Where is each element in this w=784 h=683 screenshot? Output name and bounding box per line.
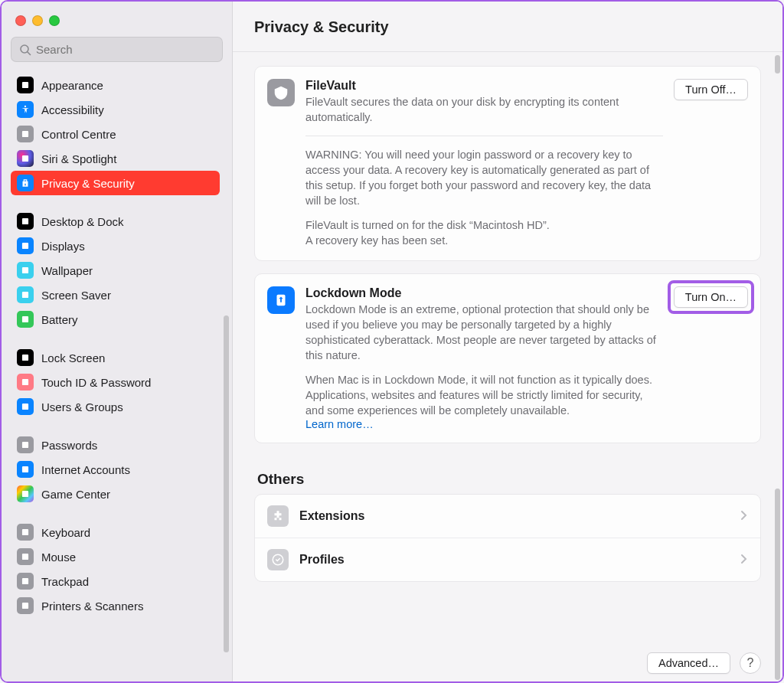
footer-buttons: Advanced… ? [233,642,782,681]
svg-rect-7 [22,243,28,249]
sidebar-item-desktop-dock[interactable]: Desktop & Dock [11,209,220,234]
page-title: Privacy & Security [254,18,761,36]
search-field[interactable] [11,37,223,62]
sidebar-item-label: Trackpad [41,575,89,588]
svg-rect-6 [22,218,28,224]
filevault-icon [267,79,295,106]
sidebar-item-displays[interactable]: Displays [11,234,220,258]
sidebar-item-label: Siri & Spotlight [41,152,116,165]
sidebar-item-internet-accounts[interactable]: Internet Accounts [11,457,220,482]
privacy-icon [17,175,34,191]
trackpad-icon [17,573,34,590]
sidebar-item-control-centre[interactable]: Control Centre [11,122,220,146]
window-controls [11,11,223,37]
sidebar-item-trackpad[interactable]: Trackpad [11,569,220,593]
search-input[interactable] [36,43,214,56]
sidebar-item-label: Lock Screen [41,351,105,364]
filevault-warning: WARNING: You will need your login passwo… [305,147,663,208]
profiles-icon [267,549,289,570]
sidebar-item-label: Touch ID & Password [41,376,151,389]
svg-point-3 [24,106,26,107]
advanced-button[interactable]: Advanced… [647,652,730,674]
sidebar-item-touch-id-password[interactable]: Touch ID & Password [11,370,220,394]
sidebar-item-label: Privacy & Security [41,177,135,190]
svg-rect-12 [22,379,28,385]
sidebar-item-label: Keyboard [41,526,90,539]
svg-rect-11 [22,355,28,361]
main-scrollbar[interactable] [775,55,780,74]
system-settings-window: AppearanceAccessibilityControl CentreSir… [0,0,784,683]
close-window-button[interactable] [15,15,26,26]
sidebar-item-lock-screen[interactable]: Lock Screen [11,345,220,370]
sidebar-item-siri-spotlight[interactable]: Siri & Spotlight [11,146,220,171]
sidebar-item-accessibility[interactable]: Accessibility [11,97,220,122]
others-item-label: Profiles [299,553,730,567]
sidebar-item-privacy-security[interactable]: Privacy & Security [11,171,220,195]
sidebar-item-label: Mouse [41,551,76,564]
filevault-status: FileVault is turned on for the disk “Mac… [305,217,663,248]
lockdown-p2: When Mac is in Lockdown Mode, it will no… [305,372,657,418]
others-profiles-row[interactable]: Profiles [255,538,760,581]
sidebar-item-wallpaper[interactable]: Wallpaper [11,258,220,283]
lockdown-icon [267,286,295,314]
svg-rect-14 [22,442,28,448]
main-panel: Privacy & Security FileVault FileVault s… [233,2,782,681]
lockdown-learn-more-link[interactable]: Learn more… [305,418,374,430]
sidebar-item-label: Appearance [41,79,103,92]
sidebar-scrollbar[interactable] [224,315,229,652]
filevault-turn-off-button[interactable]: Turn Off… [674,79,748,100]
sidebar-item-screen-saver[interactable]: Screen Saver [11,283,220,307]
sidebar-item-label: Users & Groups [41,400,123,413]
lock-screen-icon [17,349,34,366]
minimize-window-button[interactable] [32,15,43,26]
sidebar-item-label: Game Center [41,488,110,501]
maximize-window-button[interactable] [49,15,60,26]
sidebar-item-label: Printers & Scanners [41,600,143,613]
sidebar-item-battery[interactable]: Battery [11,307,220,332]
sidebar-item-printers-scanners[interactable]: Printers & Scanners [11,593,220,618]
svg-rect-18 [22,554,28,560]
lockdown-card: Lockdown Mode Lockdown Mode is an extrem… [254,273,761,443]
lockdown-turn-on-button[interactable]: Turn On… [674,286,748,308]
svg-rect-20 [22,603,28,609]
printers-icon [17,597,34,614]
sidebar-item-appearance[interactable]: Appearance [11,73,220,97]
screensaver-icon [17,286,34,303]
content-scroll[interactable]: FileVault FileVault secures the data on … [233,52,782,642]
sidebar: AppearanceAccessibilityControl CentreSir… [2,2,233,681]
sidebar-item-mouse[interactable]: Mouse [11,544,220,569]
sidebar-list[interactable]: AppearanceAccessibilityControl CentreSir… [11,73,223,681]
svg-rect-19 [22,578,28,584]
svg-rect-10 [22,316,28,322]
help-button[interactable]: ? [740,652,761,674]
gamecenter-icon [17,485,34,502]
svg-rect-2 [22,82,28,88]
keyboard-icon [17,524,34,541]
others-list: Extensions Profiles [254,494,761,582]
main-scrollbar[interactable] [775,489,780,680]
users-icon [17,398,34,415]
sidebar-item-label: Control Centre [41,128,116,141]
sidebar-item-users-groups[interactable]: Users & Groups [11,394,220,419]
sidebar-item-passwords[interactable]: Passwords [11,433,220,457]
mouse-icon [17,548,34,565]
accessibility-icon [17,101,34,118]
sidebar-item-label: Battery [41,313,78,326]
lockdown-button-highlight: Turn On… [668,280,754,314]
svg-rect-9 [22,292,28,298]
sidebar-item-label: Screen Saver [41,289,111,302]
search-icon [19,44,31,56]
sidebar-item-keyboard[interactable]: Keyboard [11,520,220,544]
others-extensions-row[interactable]: Extensions [255,495,760,538]
svg-rect-16 [22,491,28,497]
sidebar-item-label: Internet Accounts [41,463,130,476]
lockdown-title: Lockdown Mode [305,286,657,300]
svg-line-1 [28,52,31,55]
passwords-icon [17,436,34,453]
sidebar-item-game-center[interactable]: Game Center [11,482,220,506]
svg-rect-17 [22,529,28,535]
chevron-right-icon [740,510,748,523]
touchid-icon [17,374,34,391]
filevault-title: FileVault [305,79,663,93]
wallpaper-icon [17,262,34,279]
